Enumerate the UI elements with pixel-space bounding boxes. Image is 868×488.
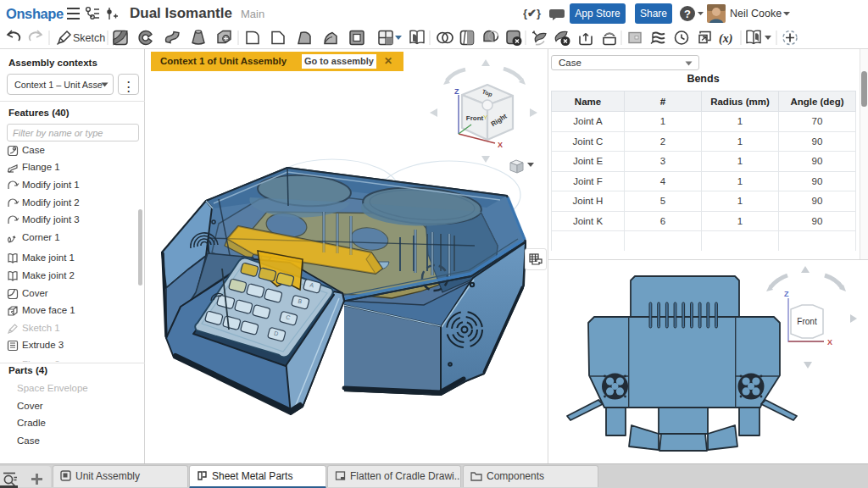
- svg-text:X: X: [827, 338, 832, 347]
- svg-text:Front: Front: [797, 317, 817, 326]
- svg-text:Y: Y: [483, 114, 488, 121]
- svg-text:Sketch: Sketch: [73, 32, 105, 44]
- svg-text:?: ?: [684, 8, 691, 20]
- svg-text:Z: Z: [784, 290, 789, 298]
- svg-text:{✔}: {✔}: [523, 7, 541, 19]
- svg-text:(x): (x): [719, 32, 732, 46]
- svg-text:X: X: [498, 141, 503, 149]
- svg-text:Front: Front: [466, 114, 484, 122]
- svg-text:Z: Z: [454, 87, 459, 96]
